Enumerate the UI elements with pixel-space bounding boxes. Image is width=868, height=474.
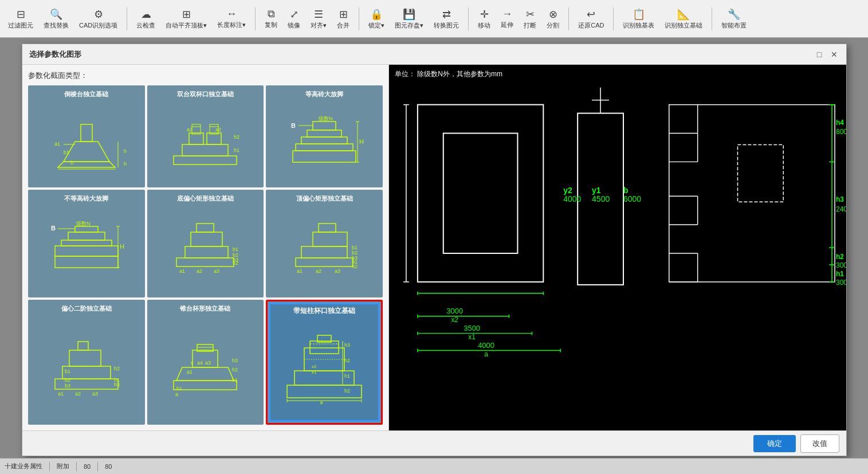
toolbar-mirror[interactable]: ⤢ 镜像 [284, 7, 304, 31]
shape-svg-5: b1 b2 b3 h1 h2 a1 a2 a3 [270, 205, 378, 293]
svg-text:a1: a1 [187, 369, 193, 375]
shape-cell-1[interactable]: 双台双杯口独立基础 [147, 85, 264, 187]
shape-image-3: B 级数N H [46, 218, 127, 281]
svg-text:4000: 4000 [563, 194, 581, 203]
svg-text:a3: a3 [214, 268, 219, 274]
toolbar-save-element[interactable]: 💾 图元存盘▾ [391, 7, 427, 31]
modify-button[interactable]: 改值 [800, 434, 839, 453]
svg-text:a4: a4 [197, 360, 203, 366]
toolbar-auto-align[interactable]: ⊞ 自动平齐顶板▾ [162, 7, 210, 31]
shape-cell-6[interactable]: 偏心二阶独立基础 h2 h1 h3 a1 [28, 300, 145, 425]
shape-title-0: 倒棱台独立基础 [64, 90, 108, 98]
confirm-button[interactable]: 确定 [753, 435, 796, 452]
dialog-minimize-button[interactable]: □ [814, 49, 824, 60]
svg-rect-85 [174, 381, 237, 390]
status-val2: 80 [105, 463, 112, 470]
toolbar-break[interactable]: ✂ 打断 [520, 7, 540, 31]
svg-rect-99 [287, 385, 362, 398]
shapes-grid: 倒棱台独立基础 a h2 h [28, 85, 383, 425]
toolbar-align[interactable]: ☰ 对齐▾ [307, 7, 330, 31]
left-panel: 参数化截面类型： 倒棱台独立基础 a [22, 65, 389, 430]
shape-cell-0[interactable]: 倒棱台独立基础 a h2 h [28, 85, 145, 187]
svg-rect-75 [78, 342, 88, 350]
svg-text:300: 300 [836, 261, 846, 269]
svg-text:800: 800 [836, 128, 846, 136]
status-sep-3 [97, 462, 98, 471]
svg-text:h1: h1 [234, 147, 239, 153]
dialog-controls: □ ✕ [814, 49, 839, 60]
svg-text:a1: a1 [54, 141, 60, 147]
toolbar-cloud-check[interactable]: ☁ 云检查 [133, 7, 159, 31]
toolbar-extend[interactable]: → 延伸 [497, 7, 517, 30]
toolbar-length-mark[interactable]: ↔ 长度标注▾ [214, 7, 249, 30]
foundation-icon: 📐 [677, 8, 690, 21]
dialog-close-button[interactable]: ✕ [829, 49, 839, 60]
svg-rect-14 [182, 144, 228, 156]
toolbar-copy[interactable]: ⧉ 复制 [261, 7, 281, 30]
svg-text:h2: h2 [124, 148, 127, 154]
move-icon: ✛ [480, 8, 489, 21]
svg-text:级数N: 级数N [76, 221, 91, 226]
toolbar-merge[interactable]: ⊞ 合并 [333, 7, 353, 31]
svg-text:h2: h2 [352, 264, 358, 269]
svg-text:a3: a3 [335, 268, 340, 274]
toolbar-recognize-foundation[interactable]: 📐 识别独立基础 [661, 7, 706, 31]
shape-svg-4: b1 b2 b3 h2 a1 a2 a3 [152, 205, 260, 293]
shape-image-0: a h2 h1 b1 b a1 [46, 113, 127, 170]
toolbar-recognize-table[interactable]: 📋 识别独基表 [619, 7, 658, 31]
svg-text:h3: h3 [344, 342, 350, 348]
toolbar-move[interactable]: ✛ 移动 [474, 7, 494, 31]
toolbar-find-replace[interactable]: 🔍 查找替换 [40, 7, 72, 31]
svg-text:x2: x2 [312, 364, 317, 369]
right-panel: 单位： 除级数N外，其他参数为mm y2 [389, 65, 846, 430]
svg-text:a2: a2 [197, 268, 202, 274]
lock-icon: 🔒 [370, 8, 383, 21]
shape-title-1: 双台双杯口独立基础 [177, 90, 234, 98]
svg-text:h2: h2 [344, 388, 350, 394]
preview-cad-canvas: y2 4000 y1 4500 b 6000 [389, 65, 846, 430]
section-label: 参数化截面类型： [28, 70, 383, 81]
shape-svg-0: a h2 h1 b1 b a1 [33, 100, 140, 183]
svg-text:a1: a1 [58, 391, 64, 397]
shape-cell-5[interactable]: 顶偏心矩形独立基础 b1 b2 b3 h1 h2 a1 [266, 190, 383, 297]
toolbar-smart-place[interactable]: 🔧 智能布置 [718, 7, 750, 31]
svg-text:3500: 3500 [464, 324, 480, 332]
status-business-attr[interactable]: 十建业务属性 [5, 462, 42, 471]
shape-cell-4[interactable]: 底偏心矩形独立基础 b1 b2 b3 h2 [147, 190, 264, 297]
toolbar-restore-cad[interactable]: ↩ 还原CAD [575, 7, 607, 31]
sep1 [127, 7, 127, 30]
svg-text:h3: h3 [836, 195, 844, 203]
shape-cell-3[interactable]: 不等高砖大放脚 B 级数N H [28, 190, 145, 297]
filter-icon: ⊟ [17, 8, 25, 21]
toolbar-lock[interactable]: 🔒 锁定▾ [365, 7, 388, 31]
svg-text:a3: a3 [205, 360, 211, 366]
svg-rect-37 [75, 226, 98, 232]
sep3 [359, 7, 359, 30]
svg-text:b: b [70, 160, 73, 166]
svg-text:b2: b2 [65, 377, 70, 383]
shape-title-2: 等高砖大放脚 [305, 90, 343, 98]
shape-image-6: h2 h1 h3 a1 a2 a3 b1 b2 b3 [46, 336, 127, 399]
dialog-select-shape: 选择参数化图形 □ ✕ 参数化截面类型： 倒棱台独立基础 [22, 44, 847, 456]
shape-image-7: h3 h2 h1 a1 a4 a3 b1 b a [165, 336, 245, 399]
shape-cell-8[interactable]: 带短柱杯口独立基础 [266, 300, 383, 425]
align2-icon: ☰ [314, 8, 323, 21]
shape-cell-7[interactable]: 锥台杯形独立基础 h3 h2 h1 [147, 300, 264, 425]
svg-text:a1: a1 [297, 268, 303, 274]
toolbar-split[interactable]: ⊗ 分割 [543, 7, 563, 31]
toolbar-cad-options[interactable]: ⚙ CAD识别选项 [76, 7, 121, 31]
shape-cell-2[interactable]: 等高砖大放脚 B 级数N [266, 85, 383, 187]
shape-title-6: 偏心二阶独立基础 [61, 304, 112, 312]
svg-text:6000: 6000 [623, 194, 641, 203]
svg-text:H: H [120, 243, 124, 250]
toolbar-convert[interactable]: ⇄ 转换图元 [430, 7, 462, 31]
svg-text:x1: x1 [468, 333, 476, 341]
mirror-icon: ⤢ [290, 8, 299, 21]
svg-text:b1: b1 [65, 369, 70, 374]
toolbar-filter[interactable]: ⊟ 过滤图元 [5, 7, 37, 31]
merge-icon: ⊞ [339, 8, 348, 21]
svg-text:h3: h3 [114, 382, 120, 387]
length-icon: ↔ [226, 8, 237, 20]
status-attach[interactable]: 附加 [57, 462, 69, 471]
svg-rect-38 [68, 232, 105, 240]
